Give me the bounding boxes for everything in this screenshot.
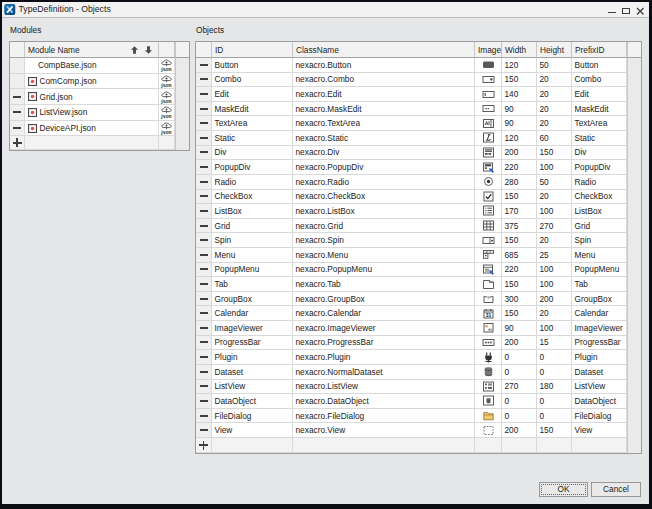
svg-text:json: json bbox=[160, 66, 171, 72]
svg-text:json: json bbox=[160, 113, 171, 119]
svg-text:xyz: xyz bbox=[485, 294, 491, 299]
svg-text:json: json bbox=[160, 129, 171, 135]
svg-text:json: json bbox=[160, 82, 171, 88]
svg-text:31: 31 bbox=[485, 312, 491, 318]
svg-text:json: json bbox=[160, 98, 171, 104]
